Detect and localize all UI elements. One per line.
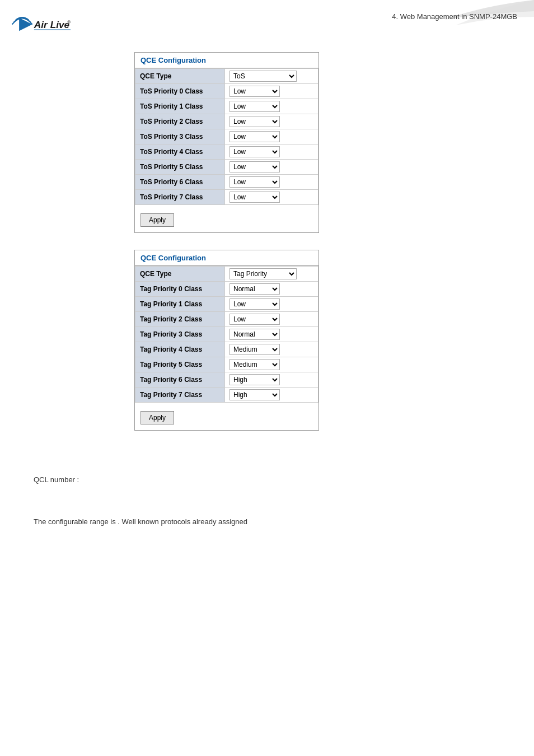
priority-select[interactable]: LowNormalMediumHigh — [229, 389, 280, 400]
table-row: Tag Priority 5 ClassLowNormalMediumHigh — [135, 357, 318, 372]
row-value: LowNormalMediumHigh — [225, 160, 318, 175]
row-label: Tag Priority 4 Class — [135, 342, 225, 357]
row-label: Tag Priority 5 Class — [135, 357, 225, 372]
configurable-prefix: The configurable range is — [34, 517, 116, 526]
row-value: LowNormalMediumHigh — [225, 175, 318, 190]
row-label: ToS Priority 6 Class — [135, 175, 225, 190]
row-label: ToS Priority 4 Class — [135, 144, 225, 160]
row-value: LowNormalMediumHigh — [225, 357, 318, 372]
row-label: Tag Priority 2 Class — [135, 312, 225, 327]
priority-select[interactable]: LowNormalMediumHigh — [229, 146, 280, 157]
priority-select[interactable]: LowNormalMediumHigh — [229, 176, 280, 188]
configurable-suffix: . Well known protocols already assigned — [118, 517, 247, 526]
table-row: Tag Priority 0 ClassLowNormalMediumHigh — [135, 282, 318, 297]
page-title: 4. Web Management in SNMP-24MGB — [392, 12, 517, 21]
priority-select[interactable]: LowNormalMediumHigh — [229, 344, 280, 355]
qce-config-box-1: QCE Configuration QCE Type ToS Tag Prior… — [134, 52, 319, 233]
table-row: Tag Priority 2 ClassLowNormalMediumHigh — [135, 312, 318, 327]
priority-select[interactable]: LowNormalMediumHigh — [229, 101, 280, 112]
priority-select[interactable]: LowNormalMediumHigh — [229, 161, 280, 172]
row-label: ToS Priority 0 Class — [135, 84, 225, 99]
priority-select[interactable]: LowNormalMediumHigh — [229, 86, 280, 97]
row-label: Tag Priority 3 Class — [135, 327, 225, 342]
table-row: ToS Priority 0 ClassLowNormalMediumHigh — [135, 84, 318, 99]
qce-type-row-2: QCE Type Tag Priority ToS — [135, 267, 318, 282]
priority-select[interactable]: LowNormalMediumHigh — [229, 374, 280, 385]
qcl-number-label: QCL number : — [34, 475, 512, 484]
table-row: Tag Priority 1 ClassLowNormalMediumHigh — [135, 297, 318, 312]
qce-config-title-2: QCE Configuration — [135, 250, 318, 266]
row-value: LowNormalMediumHigh — [225, 312, 318, 327]
row-value: LowNormalMediumHigh — [225, 282, 318, 297]
table-row: ToS Priority 6 ClassLowNormalMediumHigh — [135, 175, 318, 190]
page-header: Air Live ® 4. Web Management in SNMP-24M… — [0, 0, 534, 41]
row-value: LowNormalMediumHigh — [225, 327, 318, 342]
qce-config-box-2: QCE Configuration QCE Type Tag Priority … — [134, 250, 319, 431]
apply-button-1[interactable]: Apply — [140, 213, 174, 227]
row-label: ToS Priority 2 Class — [135, 114, 225, 129]
row-value: LowNormalMediumHigh — [225, 342, 318, 357]
table-row: Tag Priority 4 ClassLowNormalMediumHigh — [135, 342, 318, 357]
row-label: Tag Priority 6 Class — [135, 372, 225, 388]
qce-config-title-1: QCE Configuration — [135, 53, 318, 68]
row-value: LowNormalMediumHigh — [225, 99, 318, 114]
airlive-logo: Air Live ® — [11, 10, 73, 41]
row-label: ToS Priority 7 Class — [135, 190, 225, 205]
configurable-range-text: The configurable range is . Well known p… — [34, 517, 512, 526]
priority-select[interactable]: LowNormalMediumHigh — [229, 131, 280, 142]
table-row: Tag Priority 3 ClassLowNormalMediumHigh — [135, 327, 318, 342]
row-label: ToS Priority 1 Class — [135, 99, 225, 114]
qce-apply-area-2: Apply — [135, 403, 318, 430]
row-value: LowNormalMediumHigh — [225, 84, 318, 99]
qce-type-value-1: ToS Tag Priority — [225, 69, 318, 84]
table-row: ToS Priority 5 ClassLowNormalMediumHigh — [135, 160, 318, 175]
qce-type-row-1: QCE Type ToS Tag Priority — [135, 69, 318, 84]
row-value: LowNormalMediumHigh — [225, 114, 318, 129]
priority-select[interactable]: LowNormalMediumHigh — [229, 192, 280, 203]
svg-marker-0 — [19, 18, 32, 31]
priority-select[interactable]: LowNormalMediumHigh — [229, 298, 280, 310]
logo: Air Live ® — [11, 10, 73, 41]
table-row: ToS Priority 4 ClassLowNormalMediumHigh — [135, 144, 318, 160]
row-value: LowNormalMediumHigh — [225, 144, 318, 160]
qce-type-select-2[interactable]: Tag Priority ToS — [229, 268, 297, 279]
row-value: LowNormalMediumHigh — [225, 297, 318, 312]
row-label: Tag Priority 0 Class — [135, 282, 225, 297]
row-label: ToS Priority 5 Class — [135, 160, 225, 175]
priority-select[interactable]: LowNormalMediumHigh — [229, 329, 280, 340]
qce-type-value-2: Tag Priority ToS — [225, 267, 318, 282]
svg-text:Air Live: Air Live — [34, 19, 70, 30]
row-value: LowNormalMediumHigh — [225, 129, 318, 144]
qce-apply-area-1: Apply — [135, 205, 318, 232]
table-row: Tag Priority 6 ClassLowNormalMediumHigh — [135, 372, 318, 388]
row-label: Tag Priority 1 Class — [135, 297, 225, 312]
priority-select[interactable]: LowNormalMediumHigh — [229, 116, 280, 127]
qce-table-2: QCE Type Tag Priority ToS Tag Priority 0… — [135, 266, 318, 403]
qce-type-select-1[interactable]: ToS Tag Priority — [229, 71, 297, 82]
row-label: ToS Priority 3 Class — [135, 129, 225, 144]
row-label: Tag Priority 7 Class — [135, 388, 225, 403]
row-value: LowNormalMediumHigh — [225, 388, 318, 403]
bottom-section: QCL number : The configurable range is .… — [0, 459, 534, 537]
svg-text:®: ® — [68, 20, 71, 25]
main-content: QCE Configuration QCE Type ToS Tag Prior… — [0, 41, 534, 459]
priority-select[interactable]: LowNormalMediumHigh — [229, 359, 280, 370]
qce-type-label-1: QCE Type — [135, 69, 225, 84]
table-row: Tag Priority 7 ClassLowNormalMediumHigh — [135, 388, 318, 403]
priority-select[interactable]: LowNormalMediumHigh — [229, 283, 280, 295]
table-row: ToS Priority 2 ClassLowNormalMediumHigh — [135, 114, 318, 129]
table-row: ToS Priority 3 ClassLowNormalMediumHigh — [135, 129, 318, 144]
table-row: ToS Priority 1 ClassLowNormalMediumHigh — [135, 99, 318, 114]
row-value: LowNormalMediumHigh — [225, 372, 318, 388]
priority-select[interactable]: LowNormalMediumHigh — [229, 314, 280, 325]
qce-type-label-2: QCE Type — [135, 267, 225, 282]
row-value: LowNormalMediumHigh — [225, 190, 318, 205]
qce-table-1: QCE Type ToS Tag Priority ToS Priority 0… — [135, 68, 318, 205]
apply-button-2[interactable]: Apply — [140, 411, 174, 424]
table-row: ToS Priority 7 ClassLowNormalMediumHigh — [135, 190, 318, 205]
